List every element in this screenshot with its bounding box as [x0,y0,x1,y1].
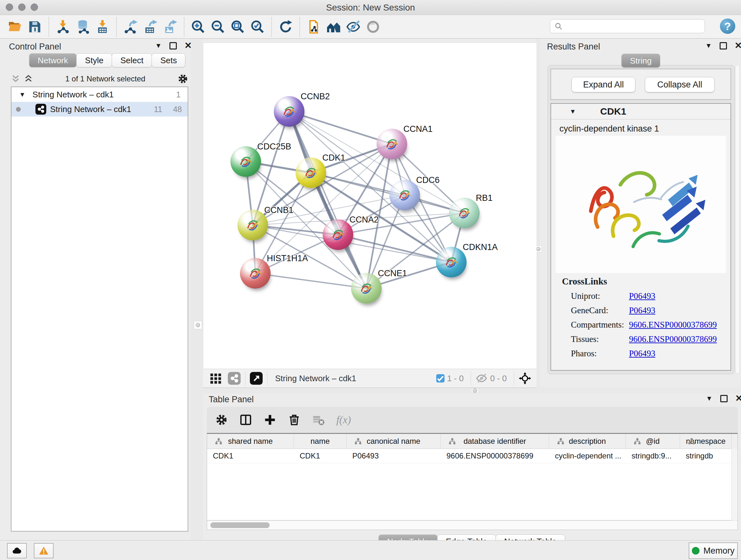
node-table-grid: shared namenamecanonical namedatabase id… [207,433,738,520]
cloud-button[interactable] [7,543,27,558]
zoom-selected-icon[interactable] [248,17,267,37]
network-canvas[interactable]: CCNB2CCNA1CDC25BCDK1CDC6RB1CCNB1CCNA2CDK… [203,43,536,369]
panel-float-icon[interactable] [720,395,728,402]
column-header-namespace[interactable]: namespace [680,434,732,449]
search-input[interactable] [565,21,704,31]
scrollbar-thumb[interactable] [210,522,270,528]
memory-button[interactable]: Memory [689,543,738,559]
refresh-network-icon[interactable] [276,17,295,37]
export-network-icon[interactable] [121,17,140,37]
node-CCNA2[interactable] [323,219,353,250]
cell-namespace[interactable]: stringdb [680,449,732,463]
network-selected-status: 1 of 1 Network selected [33,74,178,83]
grid-view-icon[interactable] [209,372,222,385]
expand-all-button[interactable]: Expand All [571,77,635,92]
network-view-icon[interactable] [228,372,241,385]
tab-select[interactable]: Select [112,53,152,67]
selected-checkbox[interactable] [436,374,445,382]
right-splitter[interactable] [536,39,540,393]
panel-close-icon[interactable]: ✕ [735,43,741,49]
panel-menu-icon[interactable]: ▼ [705,42,712,50]
tab-sets[interactable]: Sets [151,53,185,67]
tab-style[interactable]: Style [76,53,112,67]
import-database-icon[interactable] [73,17,92,37]
panel-close-icon[interactable]: ✕ [735,395,741,401]
panel-float-icon[interactable] [170,42,177,50]
zoom-in-icon[interactable] [188,17,208,37]
column-header-canonical-name[interactable]: canonical name [347,434,441,449]
left-splitter[interactable] [191,39,203,540]
document-network-icon[interactable] [304,17,324,37]
cell-description[interactable]: cyclin-dependent ... [549,449,626,463]
column-header-shared-name[interactable]: shared name [207,434,294,449]
column-header--id[interactable]: @id [626,434,680,449]
node-RB1[interactable] [449,198,480,228]
table-horizontal-scrollbar[interactable] [207,520,738,530]
home-icon[interactable] [324,17,343,37]
column-header-name[interactable]: name [294,434,347,449]
node-CDC25B[interactable] [230,146,261,177]
tree-expand-icon[interactable]: ▼ [19,91,25,98]
cell-canonical-name[interactable]: P06493 [347,449,441,463]
panel-float-icon[interactable] [720,42,727,50]
import-network-icon[interactable] [53,17,73,37]
pan-tool-icon[interactable] [519,372,531,385]
node-HIST1H1A[interactable] [240,258,271,289]
open-session-icon[interactable] [5,17,25,37]
delete-column-trash-icon[interactable] [288,414,300,426]
tab-string[interactable]: String [621,54,660,68]
add-column-icon[interactable] [264,414,276,426]
save-session-icon[interactable] [25,17,45,37]
column-header-database-identifier[interactable]: database identifier [441,434,549,449]
expand-all-icon[interactable] [11,74,20,84]
table-settings-gear-icon[interactable] [215,414,228,426]
gene-card-header[interactable]: ▼ CDK1 [551,104,731,119]
cell-name[interactable]: CDK1 [294,449,347,463]
cell--id[interactable]: stringdb:9... [626,449,680,463]
toolbar-separator [184,17,185,37]
export-table-icon[interactable] [140,17,160,37]
crosslink-link[interactable]: P06493 [629,349,656,359]
warnings-button[interactable] [34,543,54,558]
node-CDK1[interactable] [295,158,326,188]
zoom-out-icon[interactable] [208,17,228,37]
panel-menu-icon[interactable]: ▼ [706,395,713,402]
hide-graphics-details-icon[interactable] [343,17,363,37]
table-vertical-scrollbar[interactable] [731,449,737,521]
table-row[interactable]: CDK1CDK1P064939606.ENSP00000378699cyclin… [207,449,738,463]
crosslink-link[interactable]: 9606.ENSP00000378699 [629,320,717,330]
tab-network[interactable]: Network [29,53,77,67]
node-CDKN1A[interactable] [436,247,467,277]
network-edges [203,43,536,369]
show-columns-icon[interactable] [239,414,252,426]
zoom-fit-icon[interactable] [228,17,248,37]
help-button[interactable]: ? [720,18,735,34]
collapse-entry-icon[interactable]: ▼ [569,108,576,115]
node-CCNE1[interactable] [351,273,382,304]
toolbar-groups [5,15,383,38]
network-collection-row[interactable]: ▼ String Network – cdk1 1 [11,87,188,102]
toolbar-separator [271,17,272,37]
cell-database-identifier[interactable]: 9606.ENSP00000378699 [441,449,549,463]
node-CCNA1[interactable] [377,129,407,159]
node-CDC6[interactable] [389,180,420,210]
column-label: name [311,437,330,446]
open-external-icon[interactable] [250,372,263,385]
collapse-all-button[interactable]: Collapse All [645,77,715,92]
search-field[interactable] [550,19,705,33]
column-header-description[interactable]: description [549,434,626,449]
panel-menu-icon[interactable]: ▼ [155,42,162,50]
export-image-icon[interactable] [160,17,180,37]
node-CCNB2[interactable] [274,96,305,127]
collapse-all-icon[interactable] [23,74,33,84]
birdseye-view-icon[interactable] [363,17,383,37]
results-scrollbar[interactable] [735,65,740,374]
crosslink-link[interactable]: P06493 [629,291,656,301]
gear-icon[interactable] [178,73,188,84]
cell-shared-name[interactable]: CDK1 [207,449,294,463]
crosslink-link[interactable]: 9606.ENSP00000378699 [629,334,717,344]
node-CCNB1[interactable] [238,210,268,240]
crosslink-link[interactable]: P06493 [629,306,656,315]
import-table-icon[interactable] [92,17,112,37]
network-row-selected[interactable]: String Network – cdk1 11 48 [11,102,188,117]
